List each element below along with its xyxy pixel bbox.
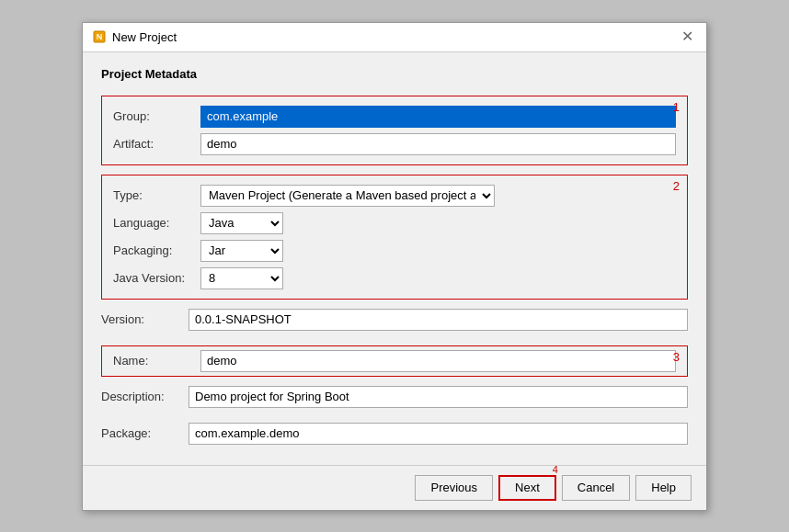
name-input[interactable] [200, 350, 676, 372]
box2-number: 2 [673, 179, 680, 193]
description-label: Description: [101, 390, 189, 403]
java-version-label: Java Version: [113, 271, 200, 285]
close-button[interactable]: ✕ [678, 29, 697, 44]
artifact-input[interactable] [200, 133, 676, 155]
group-artifact-box: 1 Group: Artifact: [101, 96, 688, 165]
box1-number: 1 [673, 100, 680, 114]
version-input[interactable] [189, 309, 688, 331]
type-row: Type: Maven Project (Generate a Maven ba… [113, 185, 676, 207]
packaging-select[interactable]: Jar War [200, 240, 283, 262]
packaging-row: Packaging: Jar War [113, 240, 676, 262]
description-input[interactable] [189, 386, 688, 408]
packaging-label: Packaging: [113, 243, 200, 257]
metadata-section-title: Project Metadata [101, 67, 688, 81]
artifact-label: Artifact: [113, 137, 200, 151]
type-select[interactable]: Maven Project (Generate a Maven based pr… [200, 185, 495, 207]
type-label: Type: [113, 188, 200, 202]
version-label: Version: [101, 312, 189, 326]
help-button[interactable]: Help [635, 475, 692, 501]
type-language-box: 2 Type: Maven Project (Generate a Maven … [101, 175, 688, 300]
group-label: Group: [113, 109, 200, 123]
package-row: Package: [101, 423, 688, 445]
package-input[interactable] [189, 423, 688, 445]
new-project-dialog: N New Project ✕ Project Metadata 1 Group… [82, 22, 707, 511]
next-button[interactable]: Next [498, 475, 556, 501]
box3-number: 3 [673, 350, 680, 364]
previous-button[interactable]: Previous [415, 475, 493, 501]
group-row: Group: [113, 106, 676, 128]
artifact-row: Artifact: [113, 133, 676, 155]
svg-text:N: N [97, 32, 103, 41]
group-input[interactable] [200, 106, 676, 128]
language-label: Language: [113, 216, 200, 230]
dialog-title: New Project [112, 30, 177, 44]
dialog-content: Project Metadata 1 Group: Artifact: 2 Ty… [83, 52, 706, 465]
package-label: Package: [101, 426, 189, 440]
name-label: Name: [113, 354, 200, 368]
dialog-icon: N [92, 29, 107, 44]
java-version-row: Java Version: 8 11 17 21 [113, 267, 676, 289]
version-row: Version: [101, 309, 688, 331]
next-button-wrapper: 4 Next [498, 475, 556, 501]
dialog-footer: Previous 4 Next Cancel Help [83, 465, 706, 510]
name-row: Name: [102, 346, 687, 376]
language-row: Language: Java Kotlin Groovy [113, 212, 676, 234]
language-select[interactable]: Java Kotlin Groovy [200, 212, 283, 234]
description-row: Description: [101, 386, 688, 408]
title-bar-left: N New Project [92, 29, 177, 44]
title-bar: N New Project ✕ [83, 23, 706, 52]
box4-number: 4 [553, 464, 558, 475]
cancel-button[interactable]: Cancel [562, 475, 630, 501]
java-version-select[interactable]: 8 11 17 21 [200, 267, 283, 289]
name-box: 3 Name: [101, 345, 688, 377]
